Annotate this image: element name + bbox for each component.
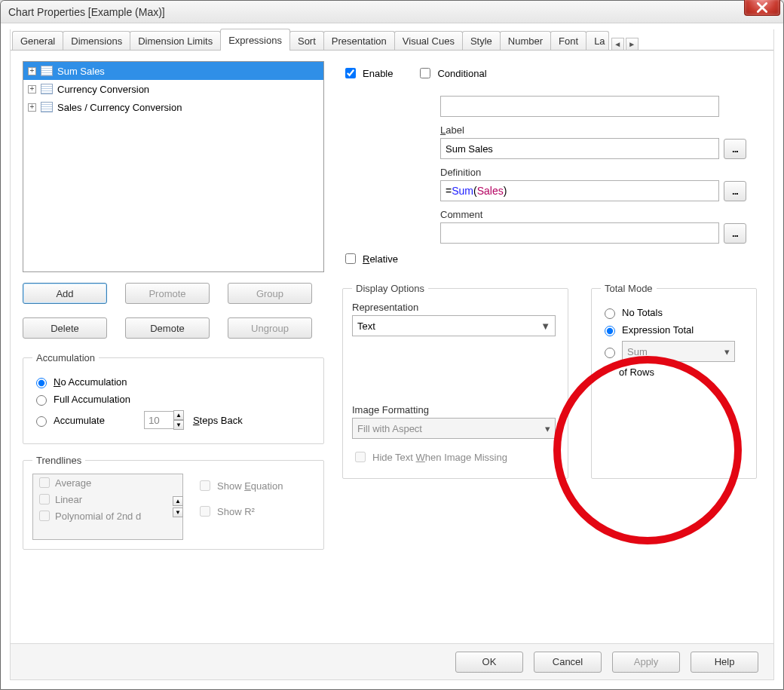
definition-label: Definition <box>440 167 761 178</box>
show-r2-check[interactable] <box>200 506 210 517</box>
trend-scroll-up-icon[interactable]: ▲ <box>173 496 183 506</box>
expand-icon[interactable]: + <box>28 103 36 112</box>
table-icon <box>41 102 53 112</box>
trend-item-average[interactable]: Average <box>33 474 182 491</box>
promote-button[interactable]: Promote <box>125 283 210 304</box>
comment-fx-button[interactable]: ... <box>724 223 746 244</box>
chevron-down-icon: ▾ <box>545 423 550 434</box>
tab-general[interactable]: General <box>12 31 63 51</box>
tab-number[interactable]: Number <box>500 31 551 51</box>
help-button[interactable]: Help <box>691 652 758 673</box>
def-close: ) <box>504 185 507 197</box>
total-mode-select[interactable]: Sum ▾ <box>622 341 735 362</box>
relative-check[interactable] <box>345 253 356 264</box>
expression-total-radio[interactable] <box>605 326 615 336</box>
trend-check[interactable] <box>39 494 50 504</box>
representation-value: Text <box>357 320 375 332</box>
tab-visual-cues[interactable]: Visual Cues <box>394 31 463 51</box>
close-button[interactable] <box>744 0 780 16</box>
trend-check[interactable] <box>39 477 50 488</box>
ungroup-button[interactable]: Ungroup <box>228 317 312 339</box>
enable-check[interactable] <box>345 68 356 78</box>
ok-button[interactable]: OK <box>455 652 523 673</box>
def-field: Sales <box>477 185 504 197</box>
conditional-label: Conditional <box>437 68 486 79</box>
tree-item-sum-sales[interactable]: + Sum Sales <box>23 62 323 80</box>
total-mode-group: Total Mode No Totals Expression Total <box>591 283 757 479</box>
dialog-window: Chart Properties [Example (Max)] General… <box>0 0 784 690</box>
representation-label: Representation <box>352 302 559 313</box>
steps-back-stepper[interactable]: ▲ ▼ <box>144 410 184 430</box>
accumulate-label: Accumulate <box>54 415 105 426</box>
sum-of-rows-radio[interactable] <box>605 348 615 358</box>
tab-scroll-left-icon[interactable]: ◄ <box>611 38 624 51</box>
trend-scroll-down-icon[interactable]: ▼ <box>173 508 183 517</box>
trendlines-list[interactable]: Average Linear Polynomial of 2nd d <box>32 474 183 540</box>
step-up-icon[interactable]: ▲ <box>173 410 184 420</box>
conditional-check[interactable] <box>420 68 430 78</box>
total-mode-value: Sum <box>627 346 648 357</box>
accumulation-legend: Accumulation <box>32 352 99 363</box>
conditional-input[interactable] <box>440 96 719 117</box>
hide-text-check[interactable] <box>355 452 366 462</box>
apply-button[interactable]: Apply <box>612 652 680 673</box>
tree-item-sales-over-conversion[interactable]: + Sales / Currency Conversion <box>23 98 323 116</box>
comment-input[interactable] <box>440 222 719 244</box>
full-accumulation-radio[interactable] <box>36 395 47 406</box>
tab-font[interactable]: Font <box>550 31 586 51</box>
trend-label: Linear <box>55 494 82 505</box>
accumulation-group: Accumulation No Accumulation Full Accumu… <box>23 352 324 444</box>
image-formatting-select[interactable]: Fill with Aspect ▾ <box>352 418 556 439</box>
show-equation-check[interactable] <box>200 480 210 491</box>
steps-back-input[interactable] <box>144 411 174 429</box>
trend-item-linear[interactable]: Linear <box>33 491 182 508</box>
chevron-down-icon: ▼ <box>541 320 550 332</box>
delete-button[interactable]: Delete <box>23 317 107 339</box>
tab-dimensions[interactable]: Dimensions <box>63 31 130 51</box>
tab-sort[interactable]: Sort <box>289 31 324 51</box>
image-formatting-label: Image Formatting <box>352 404 559 416</box>
relative-label: Relative <box>363 253 398 265</box>
trend-check[interactable] <box>39 511 50 521</box>
tab-layout-partial[interactable]: La <box>586 31 608 51</box>
expression-tree[interactable]: + Sum Sales + Currency Conversion + Sale… <box>23 61 324 272</box>
tree-label: Currency Conversion <box>57 84 149 95</box>
enable-label: Enable <box>363 68 393 79</box>
total-mode-legend: Total Mode <box>601 283 657 294</box>
cancel-button[interactable]: Cancel <box>534 652 602 673</box>
label-fx-button[interactable]: ... <box>724 139 746 159</box>
tree-item-currency-conversion[interactable]: + Currency Conversion <box>23 80 323 98</box>
definition-fx-button[interactable]: ... <box>724 181 746 201</box>
no-accumulation-radio[interactable] <box>36 378 47 388</box>
def-fn: Sum <box>452 185 473 197</box>
tree-label: Sum Sales <box>57 66 105 77</box>
no-totals-label: No Totals <box>622 307 663 318</box>
group-button[interactable]: Group <box>228 283 312 304</box>
image-formatting-value: Fill with Aspect <box>357 423 422 434</box>
demote-button[interactable]: Demote <box>125 317 210 339</box>
accumulate-radio[interactable] <box>36 416 47 427</box>
tab-presentation[interactable]: Presentation <box>323 31 395 51</box>
comment-label: Comment <box>440 209 761 220</box>
label-input[interactable]: Sum Sales <box>440 138 719 159</box>
expand-icon[interactable]: + <box>28 85 36 94</box>
hide-text-label: Hide Text When Image Missing <box>372 452 507 463</box>
show-r2-label: Show R² <box>217 506 255 517</box>
representation-select[interactable]: Text ▼ <box>352 315 556 336</box>
trend-item-polynomial[interactable]: Polynomial of 2nd d <box>33 508 182 524</box>
dialog-body: General Dimensions Dimension Limits Expr… <box>10 29 774 680</box>
show-equation-label: Show Equation <box>217 480 283 492</box>
tab-style[interactable]: Style <box>462 31 501 51</box>
display-options-legend: Display Options <box>352 283 428 294</box>
tab-expressions[interactable]: Expressions <box>220 29 290 51</box>
step-down-icon[interactable]: ▼ <box>173 420 184 430</box>
tab-dimension-limits[interactable]: Dimension Limits <box>130 31 221 51</box>
chevron-down-icon: ▾ <box>724 346 730 357</box>
no-totals-radio[interactable] <box>605 308 615 319</box>
definition-input[interactable]: =Sum(Sales) <box>440 180 719 201</box>
expand-icon[interactable]: + <box>28 67 36 75</box>
add-button[interactable]: Add <box>23 283 107 304</box>
tab-scroll-right-icon[interactable]: ► <box>626 38 639 51</box>
steps-back-label: Steps Back <box>193 415 243 426</box>
display-options-group: Display Options Representation Text ▼ Im… <box>342 283 568 479</box>
